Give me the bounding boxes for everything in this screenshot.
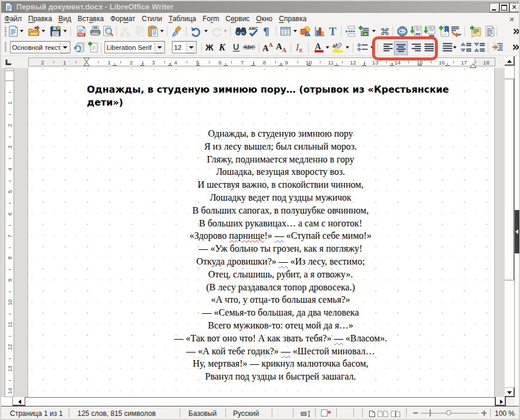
sidebar-show-handle[interactable] <box>515 210 519 253</box>
undo-button[interactable] <box>190 25 203 38</box>
font-color-button[interactable]: A <box>313 41 326 54</box>
document-page[interactable]: Однажды, в студеную зимнюю пору… (отрыво… <box>28 68 495 397</box>
close-button[interactable]: ✕ <box>509 3 519 12</box>
undo-dropdown-arrow[interactable] <box>204 29 208 33</box>
comment-button[interactable] <box>470 25 482 38</box>
print-preview-button[interactable] <box>102 25 114 38</box>
insert-image-button[interactable] <box>299 25 312 38</box>
save-dropdown-arrow[interactable] <box>63 29 67 33</box>
font-name-dropdown-button[interactable] <box>154 42 164 52</box>
status-word-count[interactable]: 125 слов, 815 символов <box>77 409 156 418</box>
zoom-level[interactable]: 100 % <box>495 409 515 418</box>
insert-table-button[interactable] <box>279 25 292 38</box>
find-replace-button[interactable] <box>235 25 248 38</box>
new-style-button[interactable] <box>87 41 100 54</box>
open-button[interactable] <box>28 25 40 38</box>
scroll-up-button[interactable] <box>505 56 515 66</box>
underline-button[interactable]: U <box>231 41 244 54</box>
paste-dropdown-arrow[interactable] <box>160 29 164 33</box>
font-size-combobox[interactable]: 12 <box>172 41 197 53</box>
insert-table-dropdown-arrow[interactable] <box>293 29 298 33</box>
para-space-increase-button[interactable] <box>460 41 473 54</box>
minimize-button[interactable] <box>489 3 499 12</box>
document-modified-icon[interactable]: * <box>320 409 332 419</box>
highlight-color-dropdown-arrow[interactable] <box>345 46 350 49</box>
menu-help[interactable]: Справка <box>276 13 310 24</box>
paragraph-style-dropdown-button[interactable] <box>60 42 69 52</box>
indent-marker-icon[interactable] <box>83 57 90 67</box>
highlight-color-button[interactable]: ab <box>332 41 345 54</box>
bullets-button[interactable] <box>357 41 370 54</box>
font-color-dropdown-arrow[interactable] <box>325 46 330 49</box>
status-page-count[interactable]: Страница 1 из 1 <box>10 409 63 418</box>
close-document-icon[interactable]: ✕ <box>507 15 516 25</box>
vertical-scrollbar-thumb[interactable] <box>505 79 515 280</box>
update-style-button[interactable] <box>73 41 86 54</box>
tab-stop-selector[interactable] <box>5 57 12 65</box>
menu-window[interactable]: Окно <box>253 13 276 24</box>
menu-tools[interactable]: Сервис <box>222 13 253 24</box>
toolbar-separator <box>393 26 393 36</box>
print-button[interactable] <box>89 25 102 38</box>
scroll-down-button[interactable] <box>505 387 515 397</box>
scroll-left-button[interactable] <box>12 397 26 406</box>
export-pdf-button[interactable]: PDF <box>75 25 88 38</box>
insert-chart-button[interactable] <box>313 25 326 38</box>
paste-button[interactable] <box>147 25 160 38</box>
clone-formatting-button[interactable] <box>171 25 184 38</box>
scroll-right-button[interactable] <box>495 397 506 406</box>
vertical-ruler[interactable]: 1234567891011121314 <box>5 68 14 397</box>
line-spacing-dropdown-arrow[interactable] <box>453 46 457 49</box>
font-size-dropdown-button[interactable] <box>186 42 195 52</box>
zoom-out-button[interactable] <box>413 412 418 414</box>
subscript-button[interactable]: AA <box>275 41 288 54</box>
menu-file[interactable]: Файл <box>1 13 25 24</box>
menu-styles[interactable]: Стили <box>139 13 166 24</box>
new-doc-dropdown-arrow[interactable] <box>19 29 24 33</box>
insert-field-dropdown-arrow[interactable] <box>372 29 376 33</box>
track-changes-button[interactable] <box>484 25 497 38</box>
menu-edit[interactable]: Правка <box>25 13 56 24</box>
horizontal-scrollbar[interactable] <box>1 397 505 406</box>
copy-button[interactable] <box>134 25 147 38</box>
toolbar-grip[interactable] <box>5 26 6 37</box>
title-bar[interactable]: Первый документ.docx - LibreOffice Write… <box>1 1 519 13</box>
right-indent-marker-icon[interactable] <box>469 60 477 66</box>
insert-textbox-button[interactable]: T <box>327 25 340 38</box>
cross-reference-button[interactable] <box>450 25 462 38</box>
zoom-in-button[interactable] <box>484 411 485 416</box>
open-dropdown-arrow[interactable] <box>41 29 46 33</box>
strikethrough-button[interactable]: ABC <box>243 41 256 54</box>
poem-line: Лошадку ведет под уздцы мужичок <box>87 191 474 204</box>
menu-table[interactable]: Таблица <box>166 13 200 24</box>
status-language[interactable]: Русский <box>233 409 259 418</box>
maximize-button[interactable] <box>499 3 509 12</box>
bold-button[interactable]: Ж <box>204 41 217 54</box>
increase-indent-button[interactable] <box>492 41 505 54</box>
ruler-number: 7 <box>6 232 13 239</box>
vertical-scrollbar[interactable] <box>505 56 515 397</box>
save-button[interactable] <box>49 25 62 38</box>
menu-form[interactable]: Form <box>200 13 222 24</box>
italic-button[interactable]: K <box>217 41 230 54</box>
new-doc-button[interactable] <box>7 25 20 38</box>
toolbar-grip[interactable] <box>5 42 6 52</box>
menu-insert[interactable]: Вставка <box>75 13 107 24</box>
font-name-combobox[interactable]: Liberation Serif <box>104 41 166 53</box>
formatting-marks-button[interactable]: ¶ <box>261 25 274 38</box>
superscript-button[interactable]: AA <box>262 41 275 54</box>
cut-button[interactable] <box>119 25 132 38</box>
menu-view[interactable]: Вид <box>55 13 75 24</box>
page-break-button[interactable] <box>345 25 358 38</box>
spelling-button[interactable]: ABC <box>248 25 261 38</box>
menu-format[interactable]: Формат <box>107 13 139 24</box>
horizontal-scrollbar-thumb[interactable] <box>25 397 495 406</box>
redo-dropdown-arrow[interactable] <box>223 29 228 33</box>
status-page-style[interactable]: Базовый <box>188 409 217 418</box>
clear-formatting-button[interactable]: Ix <box>293 41 306 54</box>
paragraph-style-combobox[interactable]: Основной текст <box>10 41 71 53</box>
para-space-decrease-button[interactable] <box>474 41 487 54</box>
zoom-slider-knob[interactable] <box>446 410 451 415</box>
insert-field-button[interactable] <box>358 25 371 38</box>
redo-button[interactable] <box>210 25 223 38</box>
